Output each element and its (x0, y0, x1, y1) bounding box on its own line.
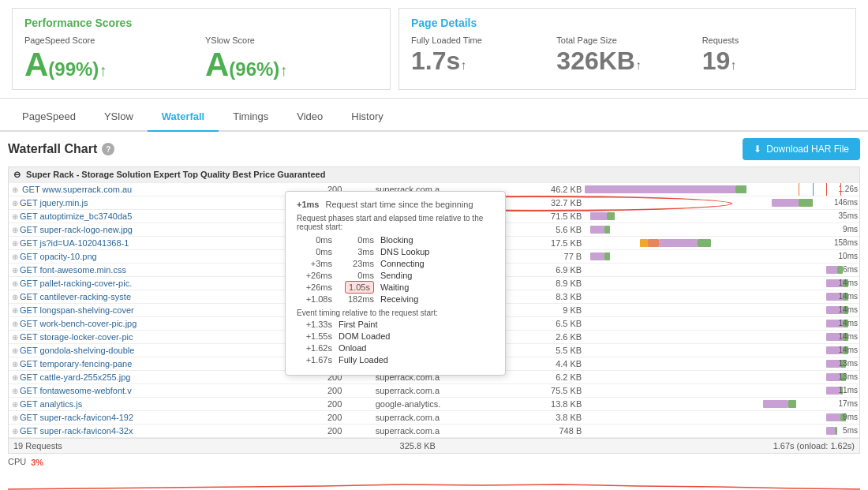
perf-scores-title: Performance Scores (24, 17, 378, 29)
footer-size: 325.8 KB (400, 441, 436, 451)
fully-loaded-value: 1.7s↑ (411, 48, 552, 73)
page-details-panel: Page Details Fully Loaded Time 1.7s↑ Tot… (398, 8, 856, 90)
waterfall-title: Waterfall Chart ? (8, 142, 114, 156)
requests-box: Requests 19↑ (702, 36, 844, 73)
table-row[interactable]: ⊕GET super-rack-favicon4-192 200superrac… (9, 411, 859, 425)
tab-history[interactable]: History (337, 103, 397, 132)
table-row[interactable]: ⊕GET super-rack-favicon4-32x 200superrac… (9, 425, 859, 438)
expand-icon[interactable]: ⊕ (12, 333, 18, 342)
tab-video[interactable]: Video (282, 103, 337, 132)
performance-scores-panel: Performance Scores PageSpeed Score A(99%… (12, 8, 391, 90)
expand-icon[interactable]: ⊕ (12, 360, 18, 368)
cpu-value: 3% (31, 458, 43, 467)
yslow-arrow: ↑ (279, 62, 287, 79)
cpu-chart-row: CPU 3% (8, 457, 860, 490)
download-har-button[interactable]: ⬇ Download HAR File (743, 138, 860, 160)
tooltip-start-label: Request start time since the beginning (325, 200, 473, 209)
expand-icon[interactable]: ⊕ (12, 199, 18, 208)
yslow-score-box: YSlow Score A(96%)↑ (205, 36, 378, 81)
tab-pagespeed[interactable]: PageSpeed (8, 103, 90, 132)
waterfall-table-wrap: ⊖ Super Rack - Storage Solution Expert T… (8, 166, 860, 454)
yslow-value: A(96%)↑ (205, 48, 378, 81)
charts-section: CPU 3% MEMORY 77 MB (0, 457, 868, 490)
waterfall-tooltip: +1ms Request start time since the beginn… (285, 191, 506, 376)
expand-icon[interactable]: ⊕ (12, 185, 18, 194)
bar-cell: 1.26s (585, 183, 859, 196)
cpu-label: CPU (8, 457, 26, 466)
req-name-cell: ⊕ GET www.superrack.com.au (9, 183, 324, 196)
tooltip-event-title: Event timing relative to the request sta… (297, 309, 494, 317)
tooltip-description: Request phases start and elapsed time re… (297, 214, 494, 231)
size-cell: 46.2 KB (510, 183, 586, 196)
cpu-chart (8, 467, 860, 490)
expand-icon[interactable]: ⊕ (12, 239, 18, 248)
expand-icon[interactable]: ⊕ (12, 320, 18, 328)
footer-requests: 19 Requests (13, 441, 62, 451)
expand-icon[interactable]: ⊕ (12, 212, 18, 221)
expand-icon[interactable]: ⊕ (12, 226, 18, 234)
requests-value: 19↑ (702, 48, 844, 73)
group-row: ⊖ Super Rack - Storage Solution Expert T… (9, 167, 859, 183)
waterfall-title-text: Waterfall Chart (8, 142, 97, 156)
page-size-box: Total Page Size 326KB↑ (556, 36, 698, 73)
footer-loaded: 1.67s (onload: 1.62s) (773, 441, 855, 451)
waterfall-section: Waterfall Chart ? ⬇ Download HAR File (0, 132, 868, 454)
tabs-bar: PageSpeed YSlow Waterfall Timings Video … (0, 103, 868, 132)
page-size-label: Total Page Size (556, 36, 698, 45)
expand-icon[interactable]: ⊕ (12, 252, 18, 261)
expand-icon[interactable]: ⊕ (12, 387, 18, 395)
expand-icon[interactable]: ⊕ (12, 293, 18, 301)
waterfall-footer: 19 Requests 325.8 KB 1.67s (onload: 1.62… (9, 438, 859, 453)
page-size-value: 326KB↑ (556, 48, 698, 73)
tooltip-start-time: +1ms (297, 200, 319, 209)
pagespeed-score-box: PageSpeed Score A(99%)↑ (24, 36, 197, 81)
pagespeed-arrow: ↑ (99, 62, 107, 79)
download-icon: ⬇ (754, 144, 761, 155)
expand-icon[interactable]: ⊕ (12, 413, 18, 422)
expand-icon[interactable]: ⊕ (12, 427, 18, 436)
expand-icon[interactable]: ⊕ (12, 279, 18, 288)
pagespeed-value: A(99%)↑ (24, 48, 197, 81)
cpu-chart-svg (8, 467, 860, 490)
yslow-pct: (96%) (229, 58, 279, 80)
tab-timings[interactable]: Timings (219, 103, 282, 132)
fully-loaded-box: Fully Loaded Time 1.7s↑ (411, 36, 552, 73)
expand-icon[interactable]: ⊕ (12, 346, 18, 355)
expand-icon[interactable]: ⊕ (12, 373, 18, 382)
table-row[interactable]: ⊕GET analytics.js 200google-analytics.13… (9, 398, 859, 411)
yslow-grade: A (205, 46, 229, 83)
help-icon[interactable]: ? (102, 143, 114, 155)
tab-waterfall[interactable]: Waterfall (148, 103, 219, 132)
download-btn-label: Download HAR File (766, 144, 849, 155)
collapse-icon[interactable]: ⊖ (13, 170, 21, 179)
expand-icon[interactable]: ⊕ (12, 306, 18, 315)
expand-icon[interactable]: ⊕ (12, 266, 18, 275)
table-row[interactable]: ⊕GET fontawesome-webfont.v 200superrack.… (9, 384, 859, 398)
pagespeed-pct: (99%) (48, 58, 99, 80)
yslow-label: YSlow Score (205, 36, 378, 45)
page-details-title: Page Details (411, 17, 844, 29)
requests-label: Requests (702, 36, 844, 45)
pagespeed-label: PageSpeed Score (24, 36, 197, 45)
tab-yslow[interactable]: YSlow (90, 103, 148, 132)
fully-loaded-label: Fully Loaded Time (411, 36, 552, 45)
expand-icon[interactable]: ⊕ (12, 400, 18, 409)
waiting-highlight: 1.05s (345, 281, 374, 294)
group-label: Super Rack - Storage Solution Expert Top… (26, 170, 325, 179)
pagespeed-grade: A (24, 46, 48, 83)
